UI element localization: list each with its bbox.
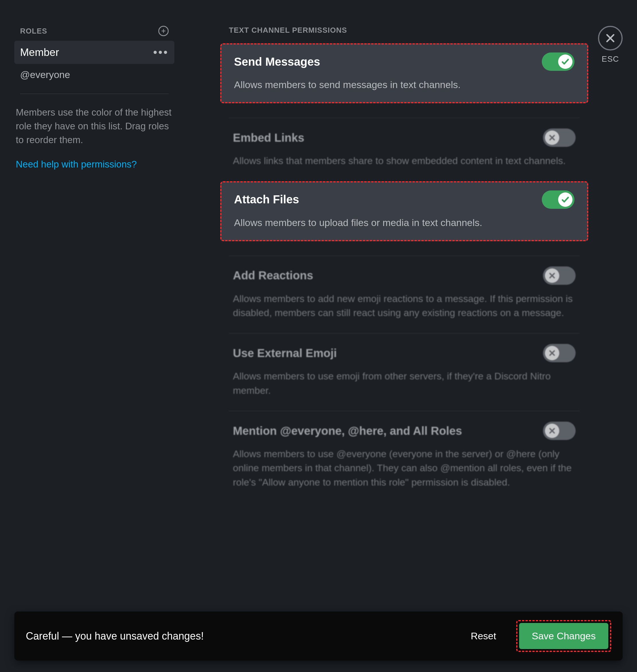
permission-title: Mention @everyone, @here, and All Roles bbox=[233, 424, 462, 437]
x-icon bbox=[545, 424, 559, 438]
x-icon bbox=[545, 130, 559, 145]
toggle-send-messages[interactable] bbox=[542, 53, 575, 71]
permissions-help-link[interactable]: Need help with permissions? bbox=[14, 159, 175, 170]
toggle-mention-everyone[interactable] bbox=[543, 422, 576, 440]
close-icon bbox=[605, 32, 616, 44]
roles-sidebar: Roles Member ••• @everyone Members use t… bbox=[0, 0, 186, 672]
unsaved-text: Careful — you have unsaved changes! bbox=[26, 630, 451, 642]
permission-title: Embed Links bbox=[233, 131, 304, 144]
permission-title: Send Messages bbox=[234, 55, 320, 68]
permission-use-external-emoji: Use External EmojiAllows members to use … bbox=[229, 333, 580, 408]
check-icon bbox=[558, 54, 572, 69]
permission-attach-files: Attach FilesAllows members to upload fil… bbox=[220, 181, 588, 241]
close-button[interactable] bbox=[598, 26, 623, 51]
sidebar-divider bbox=[20, 93, 169, 94]
role-name: @everyone bbox=[20, 69, 70, 80]
section-header: Text Channel Permissions bbox=[229, 26, 588, 35]
permission-embed-links: Embed LinksAllows links that members sha… bbox=[229, 117, 580, 178]
toggle-embed-links[interactable] bbox=[543, 128, 576, 147]
permissions-panel: Text Channel Permissions Send MessagesAl… bbox=[186, 0, 637, 672]
roles-header: Roles bbox=[20, 27, 47, 36]
roles-help-text: Members use the color of the highest rol… bbox=[14, 106, 175, 147]
permission-send-messages: Send MessagesAllows members to send mess… bbox=[220, 43, 588, 103]
role-more-icon[interactable]: ••• bbox=[153, 46, 169, 59]
permission-description: Allows members to upload files or media … bbox=[234, 216, 575, 230]
unsaved-changes-bar: Careful — you have unsaved changes! Rese… bbox=[14, 612, 623, 660]
role-name: Member bbox=[20, 47, 59, 58]
check-icon bbox=[558, 193, 572, 207]
permission-title: Add Reactions bbox=[233, 269, 313, 282]
toggle-use-external-emoji[interactable] bbox=[543, 344, 576, 362]
role-item-member[interactable]: Member ••• bbox=[14, 41, 175, 64]
permission-description: Allows members to use @everyone (everyon… bbox=[233, 447, 576, 489]
toggle-attach-files[interactable] bbox=[542, 190, 575, 209]
permission-description: Allows members to send messages in text … bbox=[234, 78, 575, 92]
permission-description: Allows members to add new emoji reaction… bbox=[233, 292, 576, 320]
permission-add-reactions: Add ReactionsAllows members to add new e… bbox=[229, 256, 580, 330]
permission-mention-everyone: Mention @everyone, @here, and All RolesA… bbox=[229, 411, 580, 500]
permission-title: Attach Files bbox=[234, 193, 299, 206]
permission-title: Use External Emoji bbox=[233, 347, 337, 360]
save-changes-button[interactable]: Save Changes bbox=[519, 623, 608, 649]
x-icon bbox=[545, 346, 559, 360]
toggle-add-reactions[interactable] bbox=[543, 267, 576, 285]
role-item-everyone[interactable]: @everyone bbox=[14, 64, 175, 86]
add-role-icon[interactable] bbox=[158, 26, 169, 36]
x-icon bbox=[545, 269, 559, 283]
reset-button[interactable]: Reset bbox=[462, 623, 505, 649]
permission-description: Allows links that members share to show … bbox=[233, 154, 576, 168]
close-label: ESC bbox=[598, 54, 623, 64]
permission-description: Allows members to use emoji from other s… bbox=[233, 369, 576, 398]
